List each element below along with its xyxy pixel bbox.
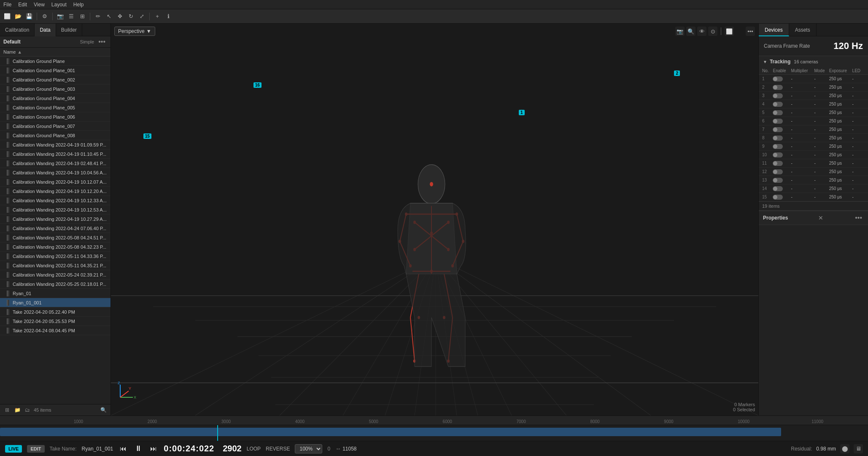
list-item[interactable]: Take 2022-04-20 05.25.53 PM: [0, 317, 111, 326]
reverse-button[interactable]: REVERSE: [266, 446, 290, 452]
tracking-row[interactable]: 12 - - 250 μs -: [759, 168, 868, 176]
row-enable[interactable]: [773, 110, 791, 115]
draw-icon[interactable]: ✏: [93, 12, 102, 21]
select-icon[interactable]: ↖: [104, 12, 113, 21]
row-enable[interactable]: [773, 178, 791, 183]
zoom-icon[interactable]: 🔍: [686, 27, 695, 36]
tracking-header[interactable]: ▼ Tracking 16 cameras: [759, 56, 868, 67]
list-item[interactable]: Calibration Ground Plane_005: [0, 103, 111, 112]
search-icon[interactable]: 🔍: [100, 406, 107, 414]
more-options-icon[interactable]: •••: [97, 38, 107, 46]
enable-toggle[interactable]: [773, 169, 783, 174]
info-icon[interactable]: ℹ: [164, 12, 173, 21]
open-icon[interactable]: 📂: [13, 12, 23, 21]
row-enable[interactable]: [773, 119, 791, 124]
move-icon[interactable]: ✥: [115, 12, 124, 21]
list-item[interactable]: Calibration Ground Plane: [0, 57, 111, 66]
simple-view-label[interactable]: Simple: [80, 39, 94, 44]
go-end-button[interactable]: ⏭: [148, 444, 159, 454]
list-item[interactable]: Calibration Wanding 2022-04-19 10.27.29 …: [0, 214, 111, 224]
list-item[interactable]: Calibration Wanding 2022-04-24 07.06.40 …: [0, 224, 111, 233]
save-icon[interactable]: 💾: [24, 12, 34, 21]
capture-icon[interactable]: 📷: [56, 12, 65, 21]
perspective-button[interactable]: Perspective ▼: [114, 27, 155, 36]
row-enable[interactable]: [773, 169, 791, 174]
monitor-icon[interactable]: 🖥: [854, 444, 863, 453]
list-item[interactable]: Calibration Wanding 2022-05-08 04.24.51 …: [0, 233, 111, 242]
tracking-row[interactable]: 4 - - 250 μs -: [759, 100, 868, 109]
camera-label-1[interactable]: 1: [519, 110, 525, 115]
loop-button[interactable]: LOOP: [247, 446, 261, 452]
list-item[interactable]: Calibration Ground Plane_007: [0, 122, 111, 131]
list-item[interactable]: Calibration Ground Plane_008: [0, 131, 111, 140]
enable-toggle[interactable]: [773, 152, 783, 157]
menu-file[interactable]: File: [3, 2, 11, 8]
row-enable[interactable]: [773, 186, 791, 191]
live-button[interactable]: LIVE: [5, 445, 22, 453]
grid-icon[interactable]: ⊞: [78, 12, 87, 21]
list-item[interactable]: Ryan_01_001: [0, 298, 111, 307]
item-list[interactable]: Calibration Ground Plane Calibration Gro…: [0, 57, 111, 404]
enable-toggle[interactable]: [773, 144, 783, 149]
enable-toggle[interactable]: [773, 127, 783, 132]
row-enable[interactable]: [773, 127, 791, 132]
camera-label-15[interactable]: 15: [143, 133, 151, 139]
enable-toggle[interactable]: [773, 110, 783, 115]
enable-toggle[interactable]: [773, 102, 783, 107]
tab-calibration[interactable]: Calibration: [0, 24, 35, 36]
aspect-icon[interactable]: ⬜: [725, 27, 734, 36]
row-enable[interactable]: [773, 93, 791, 98]
list-item[interactable]: Calibration Wanding 2022-04-19 01.09.59 …: [0, 140, 111, 149]
list-item[interactable]: Calibration Wanding 2022-04-19 10.12.53 …: [0, 205, 111, 214]
list-item[interactable]: Calibration Wanding 2022-05-25 02.18.01 …: [0, 280, 111, 289]
list-item[interactable]: Calibration Wanding 2022-04-19 10.04.56 …: [0, 168, 111, 177]
delete-icon[interactable]: 🗂: [24, 406, 31, 414]
list-item[interactable]: Calibration Wanding 2022-05-11 04.35.21 …: [0, 261, 111, 270]
row-enable[interactable]: [773, 161, 791, 166]
list-item[interactable]: Calibration Ground Plane_002: [0, 75, 111, 84]
tracking-row[interactable]: 13 - - 250 μs -: [759, 176, 868, 185]
list-item[interactable]: Calibration Wanding 2022-05-24 02.39.21 …: [0, 270, 111, 280]
tracking-row[interactable]: 10 - - 250 μs -: [759, 151, 868, 159]
list-item[interactable]: Calibration Wanding 2022-04-19 10.12.20 …: [0, 187, 111, 196]
list-item[interactable]: Calibration Ground Plane_001: [0, 66, 111, 75]
tracking-row[interactable]: 6 - - 250 μs -: [759, 117, 868, 125]
go-start-button[interactable]: ⏮: [118, 444, 128, 454]
list-item[interactable]: Calibration Wanding 2022-04-19 10.12.33 …: [0, 196, 111, 205]
tracking-row[interactable]: 14 - - 250 μs -: [759, 185, 868, 193]
list-item[interactable]: Calibration Wanding 2022-05-11 04.33.36 …: [0, 252, 111, 261]
tab-builder[interactable]: Builder: [56, 24, 82, 36]
camera-label-2[interactable]: 2: [674, 71, 680, 76]
menu-edit[interactable]: Edit: [18, 2, 27, 8]
enable-toggle[interactable]: [773, 186, 783, 191]
properties-more-button[interactable]: •••: [853, 214, 864, 222]
tab-data[interactable]: Data: [35, 24, 56, 36]
list-item[interactable]: Calibration Wanding 2022-04-19 02.48.41 …: [0, 159, 111, 168]
enable-toggle[interactable]: [773, 76, 783, 81]
enable-toggle[interactable]: [773, 178, 783, 183]
rotate-icon[interactable]: ↻: [126, 12, 135, 21]
row-enable[interactable]: [773, 195, 791, 200]
tracking-row[interactable]: 5 - - 250 μs -: [759, 109, 868, 117]
column-header-name[interactable]: Name ▲: [0, 48, 111, 57]
row-enable[interactable]: [773, 85, 791, 90]
speed-select[interactable]: 100% 50% 25%: [295, 444, 322, 453]
row-enable[interactable]: [773, 76, 791, 81]
tracking-row[interactable]: 3 - - 250 μs -: [759, 92, 868, 100]
menu-layout[interactable]: Layout: [51, 2, 67, 8]
row-enable[interactable]: [773, 152, 791, 157]
pause-button[interactable]: ⏸: [132, 443, 144, 455]
menu-view[interactable]: View: [34, 2, 45, 8]
edit-button[interactable]: EDIT: [27, 445, 44, 453]
tab-devices[interactable]: Devices: [759, 24, 789, 36]
list-item[interactable]: Calibration Wanding 2022-04-19 10.12.07 …: [0, 177, 111, 187]
viewport[interactable]: Perspective ▼ 📷 🔍 👁 ⊙ ⬜ •••: [111, 24, 758, 415]
menu-help[interactable]: Help: [73, 2, 84, 8]
list-item[interactable]: Take 2022-04-20 05.22.40 PM: [0, 307, 111, 317]
tracking-row[interactable]: 9 - - 250 μs -: [759, 142, 868, 151]
new-file-icon[interactable]: ⬜: [3, 12, 12, 21]
enable-toggle[interactable]: [773, 161, 783, 166]
tracking-row[interactable]: 1 - - 250 μs -: [759, 75, 868, 83]
list-item[interactable]: Calibration Wanding 2022-05-08 04.32.23 …: [0, 242, 111, 252]
timeline-track[interactable]: [0, 425, 868, 441]
